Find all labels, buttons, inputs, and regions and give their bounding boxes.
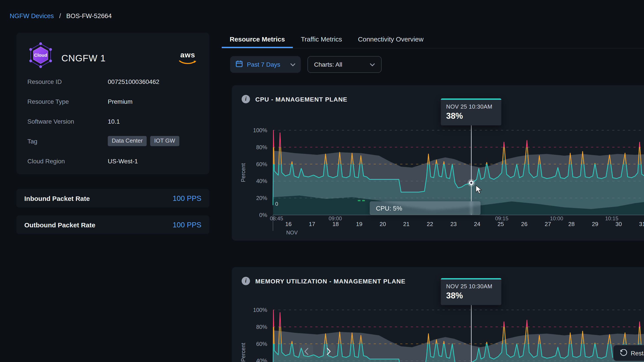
time-range-label: Past 7 Days <box>247 61 280 68</box>
aws-logo: aws <box>178 51 197 67</box>
breadcrumb-current: BOS-FW-52664 <box>66 12 112 19</box>
field-label: Resource Type <box>28 98 108 105</box>
memory-chart-card: i MEMORY UTILIZATION - MANAGEMENT PLANE … <box>232 267 644 362</box>
chevron-down-icon <box>370 61 375 68</box>
stat-label: Outbound Packet Rate <box>24 221 96 228</box>
field-label: Tag <box>28 137 108 145</box>
svg-text:20%: 20% <box>256 195 267 201</box>
svg-text:19: 19 <box>356 221 362 227</box>
cpu-chart-tooltip: NOV 25 10:30AM 38% <box>441 98 501 125</box>
cpu-chart-plot[interactable]: 100%80%60%40%20%0%Percent08:4509:0009:15… <box>232 85 644 241</box>
breadcrumb-separator: / <box>59 12 61 19</box>
field-row-tag: Tag Data Center IOT GW <box>28 131 198 151</box>
outbound-packet-rate-card: Outbound Packet Rate 100 PPS <box>16 215 209 234</box>
svg-text:17: 17 <box>309 221 315 227</box>
svg-text:21: 21 <box>403 221 410 227</box>
tooltip-timestamp: NOV 25 10:30AM <box>446 103 496 110</box>
aws-smile-icon <box>179 60 196 65</box>
tooltip-timestamp: NOV 25 10:30AM <box>446 283 496 290</box>
field-row-resource-type: Resource Type Premium <box>28 91 198 111</box>
tag-list: Data Center IOT GW <box>108 136 198 146</box>
inbound-packet-rate-card: Inbound Packet Rate 100 PPS <box>16 189 209 208</box>
svg-text:20: 20 <box>380 221 386 227</box>
memory-chart-tooltip: NOV 25 10:30AM 38% <box>441 278 501 305</box>
chevron-down-icon <box>290 61 296 68</box>
field-label: Cloud Region <box>28 157 108 164</box>
svg-text:10:00: 10:00 <box>550 215 563 221</box>
svg-text:25: 25 <box>498 221 504 227</box>
memory-chart-title: MEMORY UTILIZATION - MANAGEMENT PLANE <box>255 278 406 285</box>
svg-text:24: 24 <box>474 221 480 227</box>
svg-text:31: 31 <box>639 221 644 227</box>
stat-value: 100 PPS <box>173 194 202 202</box>
svg-text:09:00: 09:00 <box>329 215 342 221</box>
carousel-prev-button[interactable] <box>299 344 313 359</box>
svg-text:60%: 60% <box>256 341 267 347</box>
svg-text:30: 30 <box>616 221 622 227</box>
cpu-chart-title: CPU - MANAGEMENT PLANE <box>255 96 348 103</box>
cloud-device-icon: Cloud <box>28 41 54 70</box>
stat-value: 100 PPS <box>173 221 202 229</box>
tooltip-value: 38% <box>446 111 496 121</box>
app-root: NGFW Devices / BOS-FW-52664 Cloud CNGFW … <box>0 0 644 362</box>
tab-traffic-metrics[interactable]: Traffic Metrics <box>293 31 350 48</box>
svg-text:23: 23 <box>450 221 457 227</box>
svg-text:40%: 40% <box>256 178 267 184</box>
restart-icon <box>620 349 627 357</box>
svg-text:NOV: NOV <box>286 230 298 236</box>
info-icon[interactable]: i <box>242 95 250 103</box>
svg-text:0: 0 <box>275 201 278 207</box>
svg-text:60%: 60% <box>256 161 267 167</box>
stat-label: Inbound Packet Rate <box>24 194 90 202</box>
svg-text:28: 28 <box>568 221 575 227</box>
breadcrumb: NGFW Devices / BOS-FW-52664 <box>10 12 112 19</box>
restart-button[interactable]: Restart <box>613 345 644 361</box>
cpu-chart-header: i CPU - MANAGEMENT PLANE <box>242 95 348 103</box>
field-row-software-version: Software Version 10.1 <box>28 111 198 131</box>
memory-chart-header: i MEMORY UTILIZATION - MANAGEMENT PLANE <box>242 277 406 285</box>
svg-text:18: 18 <box>332 221 339 227</box>
device-info-card: Cloud CNGFW 1 aws Resource ID 0072510003… <box>16 33 209 174</box>
svg-text:Cloud: Cloud <box>34 52 47 58</box>
info-icon[interactable]: i <box>242 277 250 285</box>
svg-text:22: 22 <box>427 221 433 227</box>
chevron-left-icon <box>304 348 308 355</box>
device-fields: Resource ID 007251000360462 Resource Typ… <box>28 71 198 171</box>
calendar-icon <box>236 60 243 69</box>
svg-text:10:15: 10:15 <box>605 215 618 221</box>
breadcrumb-link-ngfw-devices[interactable]: NGFW Devices <box>10 12 54 19</box>
svg-text:29: 29 <box>592 221 598 227</box>
field-value: 10.1 <box>108 118 198 125</box>
svg-text:26: 26 <box>521 221 528 227</box>
svg-text:0%: 0% <box>259 212 267 218</box>
field-value: 007251000360462 <box>108 78 198 85</box>
svg-text:100%: 100% <box>253 307 267 313</box>
svg-text:Percent: Percent <box>240 343 246 362</box>
aws-logo-text: aws <box>178 51 197 59</box>
tab-connectivity-overview[interactable]: Connectivity Overview <box>350 31 432 48</box>
cpu-hover-readout: CPU: 5% <box>370 201 480 215</box>
svg-text:16: 16 <box>285 221 292 227</box>
chevron-right-icon <box>326 348 331 355</box>
field-row-cloud-region: Cloud Region US-West-1 <box>28 151 198 171</box>
field-value: Premium <box>108 98 198 105</box>
tab-resource-metrics[interactable]: Resource Metrics <box>222 31 293 48</box>
field-value: US-West-1 <box>108 157 198 164</box>
charts-filter-label: Charts: All <box>314 61 342 68</box>
cpu-chart-card: i CPU - MANAGEMENT PLANE 100%80%60%40%20… <box>232 85 644 241</box>
svg-text:09:15: 09:15 <box>495 215 508 221</box>
tab-bar: Resource Metrics Traffic Metrics Connect… <box>222 31 644 48</box>
svg-text:40%: 40% <box>256 358 267 362</box>
svg-text:27: 27 <box>544 221 551 227</box>
tag-chip: Data Center <box>108 136 147 146</box>
charts-filter-dropdown[interactable]: Charts: All <box>308 56 382 73</box>
device-name: CNGFW 1 <box>62 53 106 63</box>
tooltip-value: 38% <box>446 291 496 301</box>
svg-text:80%: 80% <box>256 144 267 150</box>
svg-text:80%: 80% <box>256 324 267 330</box>
time-range-dropdown[interactable]: Past 7 Days <box>230 56 301 73</box>
carousel-next-button[interactable] <box>322 344 336 359</box>
svg-text:08:45: 08:45 <box>270 215 283 221</box>
svg-text:Percent: Percent <box>240 163 246 182</box>
svg-text:100%: 100% <box>253 127 267 133</box>
